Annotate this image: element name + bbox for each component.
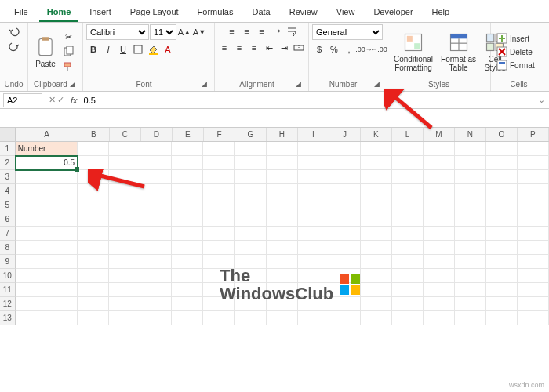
- cell-M10[interactable]: [424, 269, 455, 283]
- cell-M3[interactable]: [424, 170, 455, 184]
- cell-B9[interactable]: [78, 255, 109, 269]
- number-format-combo[interactable]: General: [312, 24, 383, 40]
- italic-button[interactable]: I: [101, 42, 115, 56]
- cell-E12[interactable]: [172, 297, 203, 311]
- cell-A7[interactable]: [16, 227, 78, 241]
- cell-O4[interactable]: [486, 184, 518, 198]
- cell-H2[interactable]: [267, 156, 298, 170]
- cell-G6[interactable]: [235, 212, 266, 227]
- cell-I8[interactable]: [298, 241, 329, 255]
- cell-O1[interactable]: [486, 142, 518, 156]
- cell-C2[interactable]: [109, 156, 140, 170]
- row-header-5[interactable]: 5: [0, 198, 16, 212]
- cell-A1[interactable]: Number: [16, 142, 78, 156]
- cell-D8[interactable]: [140, 241, 172, 255]
- cell-N5[interactable]: [455, 198, 486, 212]
- cell-B5[interactable]: [78, 198, 109, 212]
- cell-P3[interactable]: [518, 170, 549, 184]
- cell-D7[interactable]: [140, 227, 172, 241]
- col-header-G[interactable]: G: [235, 128, 267, 141]
- format-painter-button[interactable]: [61, 60, 75, 74]
- cell-I2[interactable]: [298, 156, 329, 170]
- cell-L13[interactable]: [392, 311, 424, 325]
- format-cells-button[interactable]: Format: [494, 59, 537, 71]
- percent-format-button[interactable]: %: [327, 42, 341, 56]
- cell-P1[interactable]: [518, 142, 549, 156]
- tab-review[interactable]: Review: [282, 3, 325, 22]
- cell-M1[interactable]: [424, 142, 455, 156]
- cell-K8[interactable]: [361, 241, 392, 255]
- cell-N13[interactable]: [455, 311, 486, 325]
- cell-G1[interactable]: [235, 142, 266, 156]
- cell-F2[interactable]: [203, 156, 235, 170]
- cell-E6[interactable]: [172, 212, 203, 227]
- conditional-formatting-button[interactable]: Conditional Formatting: [391, 30, 436, 74]
- increase-font-button[interactable]: A▲: [177, 25, 191, 39]
- align-middle-button[interactable]: ≡: [240, 24, 254, 38]
- align-left-button[interactable]: ≡: [217, 41, 231, 55]
- col-header-N[interactable]: N: [455, 128, 486, 141]
- cell-C10[interactable]: [109, 269, 140, 283]
- cell-M12[interactable]: [424, 297, 455, 311]
- col-header-C[interactable]: C: [110, 128, 141, 141]
- cell-P5[interactable]: [518, 198, 549, 212]
- cell-C11[interactable]: [109, 283, 140, 297]
- cell-H4[interactable]: [267, 184, 298, 198]
- cell-N10[interactable]: [455, 269, 486, 283]
- cell-H6[interactable]: [267, 212, 298, 227]
- cell-H8[interactable]: [267, 241, 298, 255]
- alignment-dialog-launcher[interactable]: ◢: [296, 80, 305, 89]
- cell-A4[interactable]: [16, 184, 78, 198]
- cell-K11[interactable]: [361, 283, 392, 297]
- col-header-E[interactable]: E: [173, 128, 204, 141]
- row-header-10[interactable]: 10: [0, 269, 16, 283]
- row-header-2[interactable]: 2: [0, 156, 16, 170]
- cell-M11[interactable]: [424, 283, 455, 297]
- cell-C13[interactable]: [109, 311, 140, 325]
- cell-D4[interactable]: [140, 184, 172, 198]
- wrap-text-button[interactable]: [285, 24, 299, 38]
- col-header-D[interactable]: D: [141, 128, 173, 141]
- cell-N7[interactable]: [455, 227, 486, 241]
- cell-L4[interactable]: [392, 184, 424, 198]
- cell-C7[interactable]: [109, 227, 140, 241]
- cell-E2[interactable]: [172, 156, 203, 170]
- cell-G4[interactable]: [235, 184, 266, 198]
- cell-F4[interactable]: [203, 184, 235, 198]
- cell-M5[interactable]: [424, 198, 455, 212]
- cell-G13[interactable]: [235, 311, 266, 325]
- cell-N9[interactable]: [455, 255, 486, 269]
- cell-N4[interactable]: [455, 184, 486, 198]
- cell-M4[interactable]: [424, 184, 455, 198]
- col-header-O[interactable]: O: [486, 128, 518, 141]
- cell-D12[interactable]: [140, 297, 172, 311]
- undo-button[interactable]: [7, 24, 21, 38]
- cell-E10[interactable]: [172, 269, 203, 283]
- cell-K6[interactable]: [361, 212, 392, 227]
- format-as-table-button[interactable]: Format as Table: [438, 30, 479, 74]
- cell-N6[interactable]: [455, 212, 486, 227]
- cell-A3[interactable]: [16, 170, 78, 184]
- cell-C1[interactable]: [109, 142, 140, 156]
- formula-input[interactable]: [81, 94, 533, 107]
- cell-P6[interactable]: [518, 212, 549, 227]
- cell-C12[interactable]: [109, 297, 140, 311]
- number-dialog-launcher[interactable]: ◢: [374, 80, 384, 89]
- cell-P11[interactable]: [518, 283, 549, 297]
- cell-N2[interactable]: [455, 156, 486, 170]
- align-right-button[interactable]: ≡: [247, 41, 261, 55]
- bold-button[interactable]: B: [86, 42, 100, 56]
- cell-L1[interactable]: [392, 142, 424, 156]
- copy-button[interactable]: [61, 45, 75, 59]
- cell-P2[interactable]: [518, 156, 549, 170]
- cell-D3[interactable]: [140, 170, 172, 184]
- cell-G7[interactable]: [235, 227, 266, 241]
- cell-F8[interactable]: [203, 241, 235, 255]
- cell-O8[interactable]: [486, 241, 518, 255]
- cell-E9[interactable]: [172, 255, 203, 269]
- cell-J3[interactable]: [329, 170, 361, 184]
- cell-C4[interactable]: [109, 184, 140, 198]
- cell-C6[interactable]: [109, 212, 140, 227]
- cell-J1[interactable]: [329, 142, 361, 156]
- cell-I13[interactable]: [298, 311, 329, 325]
